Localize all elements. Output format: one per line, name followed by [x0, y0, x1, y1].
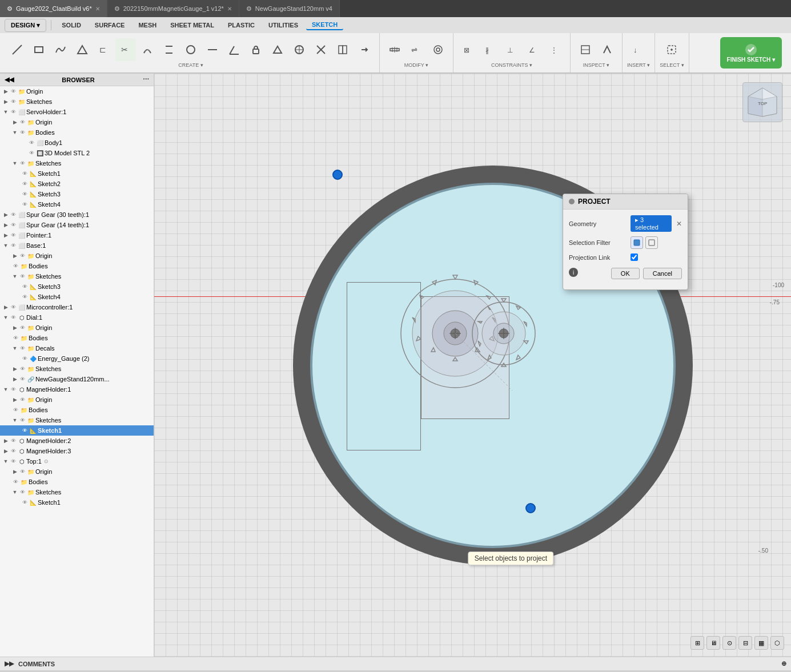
tree-sketches-root[interactable]: ▶ 👁 📁 Sketches: [0, 96, 154, 107]
tree-spurgear14[interactable]: ▶ 👁 ⬜ Spur Gear (14 teeth):1: [0, 220, 154, 230]
tool-rectangle[interactable]: [29, 38, 49, 61]
tree-stl[interactable]: 👁 🔲 3D Model STL 2: [0, 148, 154, 158]
eye-icon[interactable]: 👁: [21, 181, 29, 187]
eye-icon[interactable]: 👁: [9, 212, 17, 218]
eye-icon[interactable]: 👁: [18, 489, 26, 495]
tool-c1[interactable]: ⊠: [458, 38, 479, 61]
modify-label[interactable]: MODIFY ▾: [404, 62, 428, 68]
view-btn-2[interactable]: 🖥: [706, 636, 720, 650]
tool-dash[interactable]: [202, 38, 223, 61]
tab-1-close[interactable]: ✕: [95, 6, 100, 12]
eye-icon[interactable]: 👁: [11, 335, 19, 341]
tree-dial[interactable]: ▼ 👁 ⬡ Dial:1: [0, 312, 154, 323]
eye-icon[interactable]: 👁: [21, 356, 29, 361]
tree-magnetholder1[interactable]: ▼ 👁 ⬡ MagnetHolder:1: [0, 384, 154, 395]
eye-icon[interactable]: 👁: [18, 397, 26, 403]
tree-dial-sketches[interactable]: ▶ 👁 📁 Sketches: [0, 364, 154, 374]
selected-badge[interactable]: ▸ 3 selected: [631, 215, 672, 232]
projection-link-checkbox[interactable]: [631, 253, 638, 261]
inspect-label[interactable]: INSPECT ▾: [583, 62, 609, 68]
tree-decal-energy[interactable]: 👁 🔷 Energy_Gauge (2): [0, 353, 154, 364]
constraints-label[interactable]: CONSTRAINTS ▾: [491, 62, 532, 68]
category-plastic[interactable]: PLASTIC: [222, 21, 260, 30]
info-button[interactable]: i: [569, 268, 578, 277]
finish-sketch-button[interactable]: FINISH SKETCH ▾: [720, 37, 782, 69]
tool-c3[interactable]: ⊥: [501, 38, 522, 61]
tree-mh1-sketch1[interactable]: 👁 📐 Sketch1: [0, 425, 154, 436]
tool-arrow[interactable]: [354, 38, 375, 61]
eye-icon[interactable]: 👁: [18, 130, 26, 135]
tab-2-close[interactable]: ✕: [227, 6, 232, 12]
eye-icon[interactable]: 👁: [18, 417, 26, 423]
eye-icon[interactable]: 👁: [21, 191, 29, 197]
eye-icon[interactable]: 👁: [18, 253, 26, 259]
tree-top-bodies[interactable]: 👁 📁 Bodies: [0, 477, 154, 487]
eye-icon[interactable]: 👁: [18, 345, 26, 351]
cancel-button[interactable]: Cancel: [643, 268, 682, 279]
tree-sketch2-sh[interactable]: 👁 📐 Sketch2: [0, 179, 154, 189]
tree-dial-decals[interactable]: ▼ 👁 📁 Decals: [0, 343, 154, 353]
eye-icon[interactable]: 👁: [27, 140, 35, 146]
tree-sketch3-sh[interactable]: 👁 📐 Sketch3: [0, 189, 154, 199]
category-sketch[interactable]: SKETCH: [306, 20, 343, 30]
eye-icon[interactable]: 👁: [9, 222, 17, 228]
select-label[interactable]: SELECT ▾: [660, 62, 684, 68]
tool-circle2[interactable]: [289, 38, 310, 61]
eye-icon[interactable]: 👁: [9, 387, 17, 392]
tool-circle[interactable]: [180, 38, 201, 61]
eye-icon[interactable]: 👁: [21, 294, 29, 300]
tree-mh1-origin[interactable]: ▶ 👁 📁 Origin: [0, 395, 154, 405]
eye-icon[interactable]: 👁: [11, 407, 19, 413]
tool-angle[interactable]: [224, 38, 244, 61]
tree-newgaugestand-link[interactable]: ▶ 👁 🔗 NewGaugeStand120mm...: [0, 374, 154, 384]
tree-mh1-sketches[interactable]: ▼ 👁 📁 Sketches: [0, 415, 154, 425]
tree-magnetholder2[interactable]: ▶ 👁 ⬡ MagnetHolder:2: [0, 436, 154, 446]
eye-icon[interactable]: 👁: [27, 150, 35, 156]
eye-icon[interactable]: 👁: [18, 376, 26, 382]
eye-icon[interactable]: 👁: [18, 469, 26, 474]
eye-icon[interactable]: 👁: [9, 458, 17, 464]
tree-dial-origin[interactable]: ▶ 👁 📁 Origin: [0, 323, 154, 333]
category-utilities[interactable]: UTILITIES: [263, 21, 304, 30]
tree-top-sketch1[interactable]: 👁 📐 Sketch1: [0, 497, 154, 508]
tree-servoholder-sketches[interactable]: ▼ 👁 📁 Sketches: [0, 158, 154, 168]
tree-microcontroller[interactable]: ▶ 👁 ⬜ Microcontroller:1: [0, 302, 154, 312]
tool-c2[interactable]: ∦: [480, 38, 500, 61]
tree-mh1-bodies[interactable]: 👁 📁 Bodies: [0, 405, 154, 415]
tree-base-sketches[interactable]: ▼ 👁 📁 Sketches: [0, 271, 154, 281]
tool-trim[interactable]: ✂: [115, 38, 136, 61]
tree-sketch4-sh[interactable]: 👁 📐 Sketch4: [0, 199, 154, 210]
tool-triangle2[interactable]: [267, 38, 288, 61]
tree-pointer[interactable]: ▶ 👁 ⬜ Pointer:1: [0, 230, 154, 240]
tool-c5[interactable]: ⋮: [545, 38, 565, 61]
category-sheetmetal[interactable]: SHEET METAL: [164, 21, 220, 30]
tree-top-origin[interactable]: ▶ 👁 📁 Origin: [0, 466, 154, 477]
eye-icon[interactable]: 👁: [9, 448, 17, 454]
category-mesh[interactable]: MESH: [132, 21, 162, 30]
browser-options[interactable]: ⋯: [143, 76, 149, 83]
view-btn-5[interactable]: ▦: [754, 636, 768, 650]
eye-icon[interactable]: 👁: [21, 428, 29, 433]
tool-palette[interactable]: [428, 38, 448, 61]
tree-top[interactable]: ▼ 👁 ⬡ Top:1 ⊙: [0, 456, 154, 466]
tab-2[interactable]: ⚙ 2022150mmMagneticGauge_1 v12* ✕: [107, 0, 239, 17]
tool-inspect2[interactable]: [597, 38, 617, 61]
eye-icon[interactable]: 👁: [9, 438, 17, 444]
tree-body1[interactable]: 👁 ⬜ Body1: [0, 138, 154, 148]
tree-dial-bodies[interactable]: 👁 📁 Bodies: [0, 333, 154, 343]
eye-icon[interactable]: 👁: [9, 243, 17, 248]
tree-base-sketch3[interactable]: 👁 📐 Sketch3: [0, 281, 154, 292]
tool-inspect1[interactable]: [575, 38, 596, 61]
tree-magnetholder3[interactable]: ▶ 👁 ⬡ MagnetHolder:3: [0, 446, 154, 456]
category-surface[interactable]: SURFACE: [89, 21, 131, 30]
eye-icon[interactable]: 👁: [21, 202, 29, 207]
comments-options[interactable]: ⊕: [781, 660, 786, 667]
eye-icon[interactable]: 👁: [9, 99, 17, 104]
eye-icon[interactable]: 👁: [11, 479, 19, 485]
tree-origin-root[interactable]: ▶ 👁 📁 Origin: [0, 86, 154, 96]
eye-icon[interactable]: 👁: [9, 88, 17, 94]
tool-line[interactable]: [7, 38, 27, 61]
eye-icon[interactable]: 👁: [21, 284, 29, 289]
tool-offset[interactable]: [137, 38, 158, 61]
tree-base-sketch4[interactable]: 👁 📐 Sketch4: [0, 292, 154, 302]
